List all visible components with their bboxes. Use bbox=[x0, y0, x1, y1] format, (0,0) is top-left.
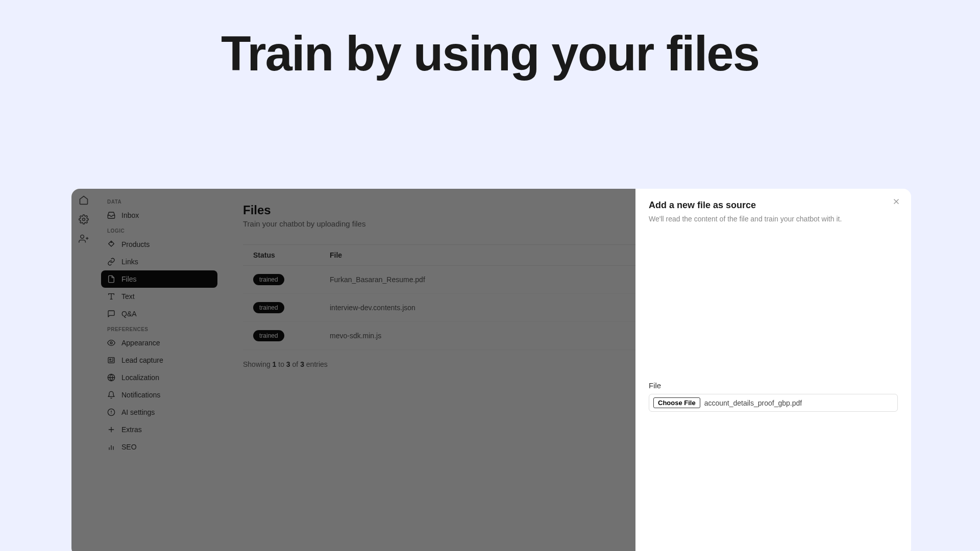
sidebar-item-label: Links bbox=[121, 258, 138, 266]
close-icon[interactable] bbox=[892, 197, 901, 206]
sidebar-item-label: Files bbox=[121, 275, 137, 283]
gear-icon[interactable] bbox=[79, 214, 89, 224]
user-plus-icon[interactable] bbox=[79, 234, 89, 244]
file-icon bbox=[107, 275, 115, 283]
home-icon[interactable] bbox=[79, 195, 89, 205]
sidebar-item-products[interactable]: Products bbox=[101, 236, 217, 253]
sidebar-item-label: Inbox bbox=[121, 211, 139, 219]
sidebar-item-lead-capture[interactable]: Lead capture bbox=[101, 352, 217, 369]
sidebar-item-localization[interactable]: Localization bbox=[101, 369, 217, 386]
link-icon bbox=[107, 258, 115, 266]
sidebar-item-inbox[interactable]: Inbox bbox=[101, 207, 217, 224]
sidebar-item-extras[interactable]: Extras bbox=[101, 421, 217, 438]
eye-icon bbox=[107, 339, 115, 347]
choose-file-button[interactable]: Choose File bbox=[653, 397, 700, 408]
ai-icon bbox=[107, 408, 115, 416]
sidebar-item-label: Products bbox=[121, 240, 150, 248]
plus-icon bbox=[107, 425, 115, 434]
sidebar-item-label: Extras bbox=[121, 425, 142, 434]
svg-point-9 bbox=[110, 359, 111, 360]
sidebar-item-label: SEO bbox=[121, 443, 137, 451]
svg-point-4 bbox=[111, 242, 111, 242]
sidebar-item-seo[interactable]: SEO bbox=[101, 438, 217, 456]
inbox-icon bbox=[107, 211, 115, 219]
sidebar-item-links[interactable]: Links bbox=[101, 253, 217, 270]
svg-point-0 bbox=[83, 218, 85, 221]
sidebar-item-label: Localization bbox=[121, 373, 159, 382]
sidebar-item-label: Notifications bbox=[121, 391, 160, 399]
sidebar-item-files[interactable]: Files bbox=[101, 270, 217, 288]
section-label: LOGIC bbox=[101, 224, 217, 236]
svg-point-7 bbox=[110, 342, 112, 344]
sidebar-item-ai-settings[interactable]: AI settings bbox=[101, 404, 217, 421]
sidebar-item-label: Q&A bbox=[121, 310, 137, 318]
svg-point-1 bbox=[81, 235, 84, 239]
sidebar-item-label: Text bbox=[121, 292, 135, 300]
globe-icon bbox=[107, 373, 115, 382]
chat-icon bbox=[107, 310, 115, 318]
drawer-subtitle: We'll read the content of the file and t… bbox=[649, 215, 898, 223]
sidebar-item-appearance[interactable]: Appearance bbox=[101, 334, 217, 352]
section-label: PREFERENCES bbox=[101, 322, 217, 334]
file-field: File Choose File account_details_proof_g… bbox=[649, 381, 898, 412]
file-input[interactable]: Choose File account_details_proof_gbp.pd… bbox=[649, 394, 898, 412]
col-status-header: Status bbox=[253, 251, 330, 259]
sidebar-item-notifications[interactable]: Notifications bbox=[101, 386, 217, 404]
chart-icon bbox=[107, 443, 115, 451]
tag-icon bbox=[107, 240, 115, 248]
section-label: DATA bbox=[101, 195, 217, 207]
icon-rail bbox=[71, 189, 96, 551]
chosen-filename: account_details_proof_gbp.pdf bbox=[704, 399, 802, 407]
sidebar-item-text[interactable]: Text bbox=[101, 288, 217, 305]
sidebar-item-label: Lead capture bbox=[121, 356, 163, 364]
id-icon bbox=[107, 356, 115, 364]
drawer-title: Add a new file as source bbox=[649, 200, 898, 211]
status-badge: trained bbox=[253, 330, 284, 341]
sidebar: DATAInboxLOGICProductsLinksFilesTextQ&AP… bbox=[96, 189, 223, 551]
type-icon bbox=[107, 292, 115, 300]
bell-icon bbox=[107, 391, 115, 399]
sidebar-item-label: Appearance bbox=[121, 339, 160, 347]
sidebar-item-label: AI settings bbox=[121, 408, 155, 416]
sidebar-item-q-a[interactable]: Q&A bbox=[101, 305, 217, 322]
file-label: File bbox=[649, 381, 898, 390]
hero-title: Train by using your files bbox=[0, 28, 980, 80]
add-file-drawer: Add a new file as source We'll read the … bbox=[635, 189, 911, 551]
status-badge: trained bbox=[253, 302, 284, 313]
status-badge: trained bbox=[253, 274, 284, 285]
